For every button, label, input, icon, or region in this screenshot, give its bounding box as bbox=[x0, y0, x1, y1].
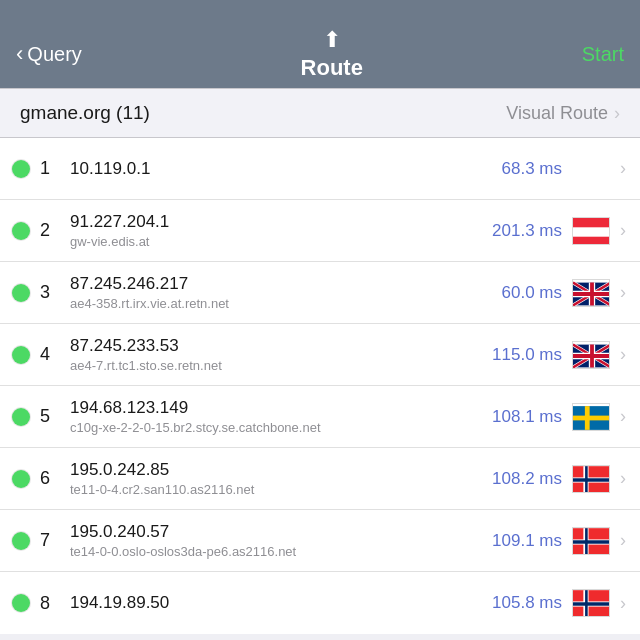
svg-rect-16 bbox=[573, 540, 610, 543]
ip-address: 195.0.240.57 bbox=[70, 522, 482, 542]
table-row[interactable]: 110.119.0.168.3 ms› bbox=[0, 138, 640, 200]
svg-rect-1 bbox=[573, 227, 610, 236]
flag-icon bbox=[572, 465, 610, 493]
flag-icon bbox=[572, 341, 610, 369]
latency-value: 115.0 ms bbox=[482, 345, 562, 365]
row-chevron-icon: › bbox=[620, 406, 626, 427]
row-right: 105.8 ms › bbox=[482, 589, 632, 617]
share-icon[interactable]: ⬆ bbox=[323, 27, 341, 53]
table-row[interactable]: 6195.0.242.85te11-0-4.cr2.san110.as2116.… bbox=[0, 448, 640, 510]
flag-icon bbox=[572, 527, 610, 555]
latency-value: 60.0 ms bbox=[482, 283, 562, 303]
row-chevron-icon: › bbox=[620, 344, 626, 365]
host-name: c10g-xe-2-2-0-15.br2.stcy.se.catchbone.n… bbox=[70, 420, 482, 435]
page-title: Route bbox=[301, 55, 363, 81]
row-chevron-icon: › bbox=[620, 282, 626, 303]
row-info: 87.245.233.53ae4-7.rt.tc1.sto.se.retn.ne… bbox=[70, 336, 482, 373]
table-row[interactable]: 387.245.246.217ae4-358.rt.irx.vie.at.ret… bbox=[0, 262, 640, 324]
visual-route-button[interactable]: Visual Route › bbox=[506, 103, 620, 124]
row-chevron-icon: › bbox=[620, 220, 626, 241]
table-row[interactable]: 487.245.233.53ae4-7.rt.tc1.sto.se.retn.n… bbox=[0, 324, 640, 386]
latency-value: 201.3 ms bbox=[482, 221, 562, 241]
ip-address: 10.119.0.1 bbox=[70, 159, 482, 179]
row-chevron-icon: › bbox=[620, 468, 626, 489]
svg-rect-11 bbox=[573, 478, 610, 481]
row-info: 194.68.123.149c10g-xe-2-2-0-15.br2.stcy.… bbox=[70, 398, 482, 435]
status-dot bbox=[12, 222, 30, 240]
row-number: 1 bbox=[40, 158, 62, 179]
row-right: 108.1 ms › bbox=[482, 403, 632, 431]
ip-address: 195.0.242.85 bbox=[70, 460, 482, 480]
row-info: 195.0.240.57te14-0-0.oslo-oslos3da-pe6.a… bbox=[70, 522, 482, 559]
nav-title-area: ⬆ Route bbox=[301, 27, 363, 81]
row-right: 60.0 ms › bbox=[482, 279, 632, 307]
row-number: 3 bbox=[40, 282, 62, 303]
row-number: 2 bbox=[40, 220, 62, 241]
ip-address: 87.245.246.217 bbox=[70, 274, 482, 294]
route-list: 110.119.0.168.3 ms›291.227.204.1gw-vie.e… bbox=[0, 138, 640, 634]
host-name: te14-0-0.oslo-oslos3da-pe6.as2116.net bbox=[70, 544, 482, 559]
row-info: 195.0.242.85te11-0-4.cr2.san110.as2116.n… bbox=[70, 460, 482, 497]
row-right: 109.1 ms › bbox=[482, 527, 632, 555]
start-button[interactable]: Start bbox=[582, 43, 624, 66]
ip-address: 194.19.89.50 bbox=[70, 593, 482, 613]
row-info: 194.19.89.50 bbox=[70, 593, 482, 613]
host-name: ae4-7.rt.tc1.sto.se.retn.net bbox=[70, 358, 482, 373]
table-row[interactable]: 291.227.204.1gw-vie.edis.at201.3 ms › bbox=[0, 200, 640, 262]
visual-route-label: Visual Route bbox=[506, 103, 608, 124]
section-title: gmane.org (11) bbox=[20, 102, 150, 124]
row-number: 6 bbox=[40, 468, 62, 489]
table-row[interactable]: 7195.0.240.57te14-0-0.oslo-oslos3da-pe6.… bbox=[0, 510, 640, 572]
host-name: te11-0-4.cr2.san110.as2116.net bbox=[70, 482, 482, 497]
table-row[interactable]: 5194.68.123.149c10g-xe-2-2-0-15.br2.stcy… bbox=[0, 386, 640, 448]
latency-value: 108.2 ms bbox=[482, 469, 562, 489]
latency-value: 109.1 ms bbox=[482, 531, 562, 551]
row-right: 108.2 ms › bbox=[482, 465, 632, 493]
row-number: 8 bbox=[40, 593, 62, 614]
section-header: gmane.org (11) Visual Route › bbox=[0, 88, 640, 138]
back-button[interactable]: ‹ Query bbox=[16, 41, 82, 67]
ip-address: 194.68.123.149 bbox=[70, 398, 482, 418]
ip-address: 91.227.204.1 bbox=[70, 212, 482, 232]
flag-icon bbox=[572, 589, 610, 617]
row-info: 91.227.204.1gw-vie.edis.at bbox=[70, 212, 482, 249]
svg-rect-21 bbox=[573, 602, 610, 605]
row-right: 68.3 ms› bbox=[482, 158, 632, 179]
row-chevron-icon: › bbox=[620, 593, 626, 614]
status-dot bbox=[12, 284, 30, 302]
latency-value: 108.1 ms bbox=[482, 407, 562, 427]
status-dot bbox=[12, 470, 30, 488]
row-number: 4 bbox=[40, 344, 62, 365]
row-number: 5 bbox=[40, 406, 62, 427]
nav-bar: ‹ Query ⬆ Route Start bbox=[0, 0, 640, 88]
table-row[interactable]: 8194.19.89.50105.8 ms › bbox=[0, 572, 640, 634]
visual-route-chevron-icon: › bbox=[614, 103, 620, 124]
flag-icon bbox=[572, 279, 610, 307]
ip-address: 87.245.233.53 bbox=[70, 336, 482, 356]
latency-value: 68.3 ms bbox=[482, 159, 562, 179]
latency-value: 105.8 ms bbox=[482, 593, 562, 613]
row-chevron-icon: › bbox=[620, 158, 626, 179]
status-dot bbox=[12, 346, 30, 364]
host-name: ae4-358.rt.irx.vie.at.retn.net bbox=[70, 296, 482, 311]
flag-icon bbox=[572, 217, 610, 245]
host-name: gw-vie.edis.at bbox=[70, 234, 482, 249]
row-right: 201.3 ms › bbox=[482, 217, 632, 245]
back-label: Query bbox=[27, 43, 81, 66]
flag-icon bbox=[572, 403, 610, 431]
row-chevron-icon: › bbox=[620, 530, 626, 551]
status-dot bbox=[12, 594, 30, 612]
status-dot bbox=[12, 532, 30, 550]
row-right: 115.0 ms › bbox=[482, 341, 632, 369]
status-dot bbox=[12, 408, 30, 426]
status-dot bbox=[12, 160, 30, 178]
row-number: 7 bbox=[40, 530, 62, 551]
back-chevron-icon: ‹ bbox=[16, 41, 23, 67]
row-info: 10.119.0.1 bbox=[70, 159, 482, 179]
svg-rect-6 bbox=[573, 415, 610, 420]
row-info: 87.245.246.217ae4-358.rt.irx.vie.at.retn… bbox=[70, 274, 482, 311]
